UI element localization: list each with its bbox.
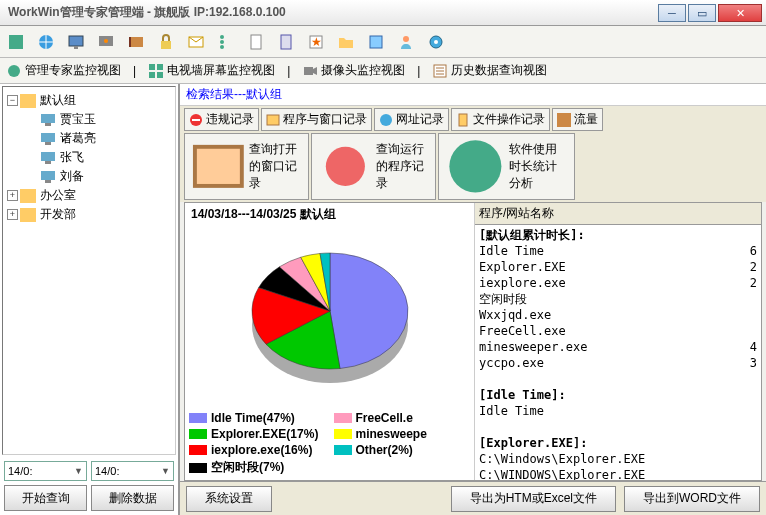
- toolbar-page-icon[interactable]: [244, 30, 268, 54]
- toolbar-globe-icon[interactable]: [34, 30, 58, 54]
- toolbar-capture-icon[interactable]: [94, 30, 118, 54]
- tree-user[interactable]: 贾宝玉: [25, 110, 171, 129]
- svg-rect-24: [149, 72, 155, 78]
- view-tab-history[interactable]: 历史数据查询视图: [432, 62, 547, 79]
- toolbar-monitor-icon[interactable]: [64, 30, 88, 54]
- svg-rect-28: [20, 94, 36, 108]
- svg-rect-35: [41, 171, 55, 180]
- svg-rect-43: [459, 114, 467, 126]
- svg-rect-2: [69, 36, 83, 46]
- svg-point-10: [220, 35, 224, 39]
- svg-rect-32: [45, 142, 51, 145]
- right-panel: 检索结果---默认组 违规记录 程序与窗口记录 网址记录 文件操作记录 流量 查…: [180, 84, 766, 515]
- tree-group[interactable]: +开发部: [7, 205, 171, 224]
- date-to[interactable]: 14/0:▼: [91, 461, 174, 481]
- tab-violation[interactable]: 违规记录: [184, 108, 259, 131]
- bottom-bar: 系统设置 导出为HTM或Excel文件 导出到WORD文件: [180, 481, 766, 515]
- title-bar: WorkWin管理专家管理端 - 旗舰版 IP:192.168.0.100 ─ …: [0, 0, 766, 26]
- svg-rect-29: [41, 114, 55, 123]
- toolbar-lock-icon[interactable]: [154, 30, 178, 54]
- svg-text:★: ★: [311, 35, 322, 49]
- tab-file[interactable]: 文件操作记录: [451, 108, 550, 131]
- view-tab-monitor[interactable]: 管理专家监控视图: [6, 62, 121, 79]
- tree-root[interactable]: − 默认组: [7, 91, 171, 110]
- chart-legend: Idle Time(47%) FreeCell.e Explorer.EXE(1…: [185, 407, 474, 480]
- svg-point-5: [104, 39, 108, 43]
- chart-panel: 14/03/18---14/03/25 默认组 Idle Time(47%) F…: [185, 203, 475, 480]
- svg-point-12: [220, 45, 224, 49]
- svg-rect-14: [281, 35, 291, 49]
- svg-point-47: [449, 140, 501, 192]
- start-query-button[interactable]: 开始查询: [4, 485, 87, 511]
- svg-rect-26: [304, 67, 313, 75]
- expand-icon[interactable]: +: [7, 209, 18, 220]
- svg-rect-34: [45, 161, 51, 164]
- program-list: 程序/网站名称 [默认组累计时长]: Idle Time6 Explorer.E…: [475, 203, 761, 480]
- search-result-label: 检索结果---默认组: [180, 84, 766, 106]
- view-tab-tvwall[interactable]: 电视墙屏幕监控视图: [148, 62, 275, 79]
- svg-rect-13: [251, 35, 261, 49]
- toolbar-tree-icon[interactable]: [214, 30, 238, 54]
- svg-rect-31: [41, 133, 55, 142]
- chart-title: 14/03/18---14/03/25 默认组: [185, 203, 474, 226]
- svg-point-42: [380, 114, 392, 126]
- system-settings-button[interactable]: 系统设置: [186, 486, 272, 512]
- export-word-button[interactable]: 导出到WORD文件: [624, 486, 760, 512]
- toolbar-list-icon[interactable]: [364, 30, 388, 54]
- tree-user[interactable]: 诸葛亮: [25, 129, 171, 148]
- svg-rect-41: [267, 115, 279, 125]
- svg-rect-40: [192, 119, 200, 121]
- svg-rect-37: [20, 189, 36, 203]
- subtab-programs[interactable]: 查询运行的程序记录: [311, 133, 436, 200]
- svg-rect-17: [370, 36, 382, 48]
- tree-group[interactable]: +办公室: [7, 186, 171, 205]
- tree-user[interactable]: 张飞: [25, 148, 171, 167]
- svg-rect-3: [74, 46, 78, 49]
- collapse-icon[interactable]: −: [7, 95, 18, 106]
- tab-url[interactable]: 网址记录: [374, 108, 449, 131]
- toolbar-film-icon[interactable]: [124, 30, 148, 54]
- dropdown-icon: ▼: [74, 466, 83, 476]
- main-toolbar: ★: [0, 26, 766, 58]
- window-title: WorkWin管理专家管理端 - 旗舰版 IP:192.168.0.100: [4, 4, 658, 21]
- toolbar-gear-icon[interactable]: [424, 30, 448, 54]
- tab-traffic[interactable]: 流量: [552, 108, 603, 131]
- svg-rect-33: [41, 152, 55, 161]
- tree-user[interactable]: 刘备: [25, 167, 171, 186]
- toolbar-folder-icon[interactable]: [334, 30, 358, 54]
- svg-rect-8: [161, 41, 171, 49]
- client-tree[interactable]: − 默认组 贾宝玉 诸葛亮 张飞 刘备 +办公室 +开发部: [2, 86, 176, 455]
- minimize-button[interactable]: ─: [658, 4, 686, 22]
- view-tabs: 管理专家监控视图 | 电视墙屏幕监控视图 | 摄像头监控视图 | 历史数据查询视…: [0, 58, 766, 84]
- list-body[interactable]: [默认组累计时长]: Idle Time6 Explorer.EXE2 iexp…: [475, 225, 761, 480]
- toolbar-icon-1[interactable]: [4, 30, 28, 54]
- subtab-stats[interactable]: 软件使用时长统计分析: [438, 133, 575, 200]
- toolbar-new-icon[interactable]: ★: [304, 30, 328, 54]
- svg-point-21: [8, 65, 20, 77]
- left-panel: − 默认组 贾宝玉 诸葛亮 张飞 刘备 +办公室 +开发部 14/0:▼ 14/…: [0, 84, 180, 515]
- svg-rect-36: [45, 180, 51, 183]
- tab-program[interactable]: 程序与窗口记录: [261, 108, 372, 131]
- export-htm-excel-button[interactable]: 导出为HTM或Excel文件: [451, 486, 616, 512]
- svg-point-20: [434, 40, 438, 44]
- list-header[interactable]: 程序/网站名称: [475, 203, 761, 225]
- svg-point-11: [220, 40, 224, 44]
- maximize-button[interactable]: ▭: [688, 4, 716, 22]
- svg-point-46: [326, 147, 365, 186]
- pie-chart: [240, 236, 420, 396]
- toolbar-mail-icon[interactable]: [184, 30, 208, 54]
- toolbar-user-icon[interactable]: [394, 30, 418, 54]
- expand-icon[interactable]: +: [7, 190, 18, 201]
- svg-rect-23: [157, 64, 163, 70]
- toolbar-doc-icon[interactable]: [274, 30, 298, 54]
- view-tab-camera[interactable]: 摄像头监控视图: [302, 62, 405, 79]
- svg-rect-38: [20, 208, 36, 222]
- svg-rect-0: [9, 35, 23, 49]
- svg-rect-30: [45, 123, 51, 126]
- svg-rect-25: [157, 72, 163, 78]
- subtab-windows[interactable]: 查询打开的窗口记录: [184, 133, 309, 200]
- close-button[interactable]: ✕: [718, 4, 762, 22]
- date-from[interactable]: 14/0:▼: [4, 461, 87, 481]
- delete-data-button[interactable]: 删除数据: [91, 485, 174, 511]
- svg-rect-45: [195, 147, 242, 186]
